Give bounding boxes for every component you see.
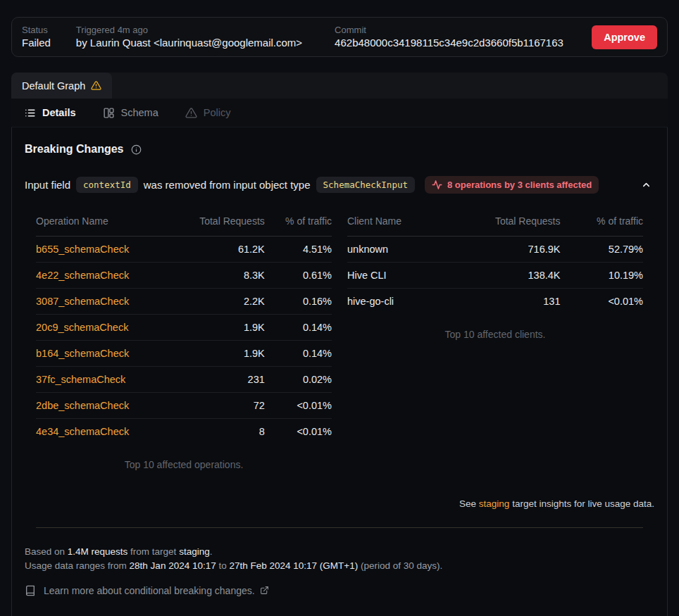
insights-prefix: See [459,498,479,509]
clients-caption: Top 10 affected clients. [347,329,643,340]
operation-link[interactable]: 20c9_schemaCheck [36,322,128,333]
triggered-label: Triggered 4m ago [76,24,302,36]
tab-details[interactable]: Details [24,107,76,119]
type-code-chip: SchemaCheckInput [316,177,415,193]
table-row: hive-go-cli 131 <0.01% [347,289,643,315]
footer-text: . [210,546,213,557]
operation-link[interactable]: b655_schemaCheck [36,244,129,255]
field-code-chip: contextId [76,177,138,193]
staging-target-link[interactable]: staging [479,498,510,509]
affected-operations-badge[interactable]: 8 operations by 3 clients affected [425,176,599,194]
footer-text: Based on [25,546,68,557]
requests-cell: 1.9K [170,315,265,341]
footer-text: from target [127,546,179,557]
operation-link[interactable]: 37fc_schemaCheck [36,374,125,385]
status-label: Status [22,24,51,36]
requests-cell: 131 [444,289,560,315]
table-row: 3087_schemaCheck 2.2K 0.16% [36,289,332,315]
insights-suffix: target insights for live usage data. [509,498,654,509]
change-text-middle: was removed from input object type [144,179,311,191]
page: Status Failed Triggered 4m ago by Laurin… [0,0,679,616]
learn-more-label: Learn more about conditional breaking ch… [44,585,255,596]
warning-icon [185,107,197,119]
status-card: Status Failed Triggered 4m ago by Laurin… [11,17,668,57]
pulse-icon [432,180,442,190]
col-operation-name: Operation Name [36,209,170,237]
operation-link[interactable]: 3087_schemaCheck [36,296,129,307]
tab-default-graph[interactable]: Default Graph [11,73,112,99]
client-name-cell: hive-go-cli [347,289,444,315]
section-title: Breaking Changes [25,143,123,156]
range-end: 27th Feb 2024 10:17 (GMT+1) [229,560,358,571]
requests-count: 1.4M requests [68,546,128,557]
traffic-cell: <0.01% [561,289,644,315]
commit-hash: 462b48000c34198115c34e9c2d3660f5b1167163 [335,36,563,50]
list-icon [24,107,36,119]
approve-button[interactable]: Approve [592,25,657,49]
details-content: Breaking Changes Input field contextId w… [11,127,668,616]
traffic-cell: <0.01% [265,419,332,445]
graph-tab-label: Default Graph [22,80,85,92]
external-link-icon [260,586,269,595]
col-client-name: Client Name [347,209,444,237]
tab-schema-label: Schema [121,107,158,118]
client-name-cell: unknown [347,237,444,263]
footer-text: to [216,560,230,571]
table-row: unknown 716.9K 52.79% [347,237,643,263]
range-start: 28th Jan 2024 10:17 [130,560,216,571]
col-pct-traffic: % of traffic [561,209,644,237]
tab-schema[interactable]: Schema [103,107,158,119]
table-row: 4e22_schemaCheck 8.3K 0.61% [36,263,332,289]
requests-cell: 72 [170,393,265,419]
insights-note: See staging target insights for live usa… [25,498,654,509]
breaking-change-row: Input field contextId was removed from i… [25,176,654,194]
operations-caption: Top 10 affected operations. [36,459,332,470]
requests-cell: 716.9K [444,237,560,263]
traffic-cell: 0.02% [265,367,332,393]
footer-line-range: Usage data ranges from 28th Jan 2024 10:… [25,559,654,573]
commit-block: Commit 462b48000c34198115c34e9c2d3660f5b… [335,24,563,50]
footer: Based on 1.4M requests from target stagi… [25,545,654,573]
col-total-requests: Total Requests [170,209,265,237]
operation-link[interactable]: 4e22_schemaCheck [36,270,129,281]
traffic-cell: 10.19% [561,263,644,289]
commit-label: Commit [335,24,563,36]
info-icon[interactable] [131,144,142,155]
requests-cell: 8.3K [170,263,265,289]
traffic-cell: 4.51% [265,237,332,263]
table-row: 37fc_schemaCheck 231 0.02% [36,367,332,393]
subtab-row: Details Schema Policy [11,99,668,127]
triggered-value: by Laurin Quast <laurinquast@googlemail.… [76,36,302,50]
requests-cell: 8 [170,419,265,445]
footer-text: Usage data ranges from [25,560,130,571]
footer-text: (period of 30 days). [358,560,442,571]
operation-link[interactable]: 4e34_schemaCheck [36,426,129,437]
col-total-requests: Total Requests [444,209,560,237]
tab-details-label: Details [42,107,76,118]
requests-cell: 138.4K [444,263,560,289]
tab-policy-label: Policy [204,107,231,118]
requests-cell: 231 [170,367,265,393]
table-row: Hive CLI 138.4K 10.19% [347,263,643,289]
tab-policy[interactable]: Policy [185,107,231,119]
change-text-prefix: Input field [25,179,70,191]
table-row: b164_schemaCheck 1.9K 0.14% [36,341,332,367]
traffic-cell: 0.61% [265,263,332,289]
operations-table: Operation Name Total Requests % of traff… [36,209,332,445]
col-pct-traffic: % of traffic [265,209,332,237]
table-row: 4e34_schemaCheck 8 <0.01% [36,419,332,445]
chevron-up-icon[interactable] [638,177,654,193]
learn-more-link[interactable]: Learn more about conditional breaking ch… [44,585,269,596]
table-row: 20c9_schemaCheck 1.9K 0.14% [36,315,332,341]
operations-table-section: Operation Name Total Requests % of traff… [36,209,332,470]
operation-link[interactable]: b164_schemaCheck [36,348,129,359]
book-icon [25,585,36,596]
traffic-cell: 52.79% [561,237,644,263]
operation-link[interactable]: 2dbe_schemaCheck [36,400,129,411]
client-name-cell: Hive CLI [347,263,444,289]
triggered-block: Triggered 4m ago by Laurin Quast <laurin… [76,24,302,50]
requests-cell: 2.2K [170,289,265,315]
schema-icon [103,107,115,119]
traffic-cell: 0.14% [265,341,332,367]
learn-more-row: Learn more about conditional breaking ch… [25,585,654,596]
